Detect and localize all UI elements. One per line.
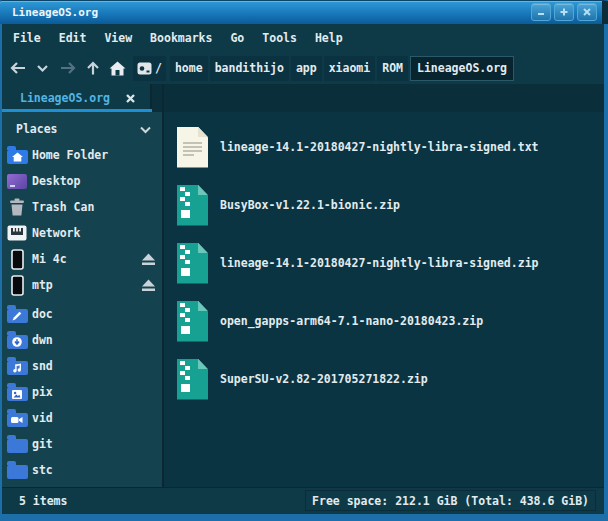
sidebar-item-trash-can[interactable]: Trash Can — [2, 194, 162, 220]
sidebar-item-git[interactable]: git — [2, 431, 162, 457]
menu-tools[interactable]: Tools — [253, 31, 306, 45]
window: LineageOS.org FileEditViewBookmarksGoToo… — [0, 0, 608, 521]
breadcrumb-home[interactable]: home — [170, 56, 208, 81]
menu-bar: FileEditViewBookmarksGoToolsHelp — [2, 24, 604, 52]
breadcrumb-root[interactable]: / — [133, 56, 166, 81]
file-row[interactable]: SuperSU-v2.82-201705271822.zip — [164, 350, 604, 408]
sidebar-item-mi-4c[interactable]: Mi 4c — [2, 246, 162, 272]
folder-doc-icon — [7, 309, 28, 323]
sidebar-item-label: Mi 4c — [32, 252, 67, 266]
sidebar-item-label: dwn — [32, 333, 53, 347]
file-row[interactable]: BusyBox-v1.22.1-bionic.zip — [164, 176, 604, 234]
maximize-icon — [559, 7, 569, 17]
maximize-button[interactable] — [554, 3, 574, 21]
sidebar-item-label: Trash Can — [32, 200, 94, 214]
network-icon — [7, 225, 27, 241]
close-icon — [582, 7, 592, 17]
file-row[interactable]: lineage-14.1-20180427-nightly-libra-sign… — [164, 118, 604, 176]
tab-close-icon[interactable] — [125, 93, 136, 104]
sidebar: Places Home FolderDesktopTrash CanNetwor… — [2, 112, 162, 487]
trash-icon — [9, 198, 25, 216]
phone-icon — [11, 275, 24, 296]
desktop-icon — [7, 174, 27, 189]
sidebar-item-pix[interactable]: pix — [2, 379, 162, 405]
window-title: LineageOS.org — [12, 6, 98, 19]
places-header[interactable]: Places — [2, 116, 162, 142]
sidebar-item-snd[interactable]: snd — [2, 353, 162, 379]
sidebar-item-vid[interactable]: vid — [2, 405, 162, 431]
file-name: lineage-14.1-20180427-nightly-libra-sign… — [220, 140, 539, 154]
file-list: lineage-14.1-20180427-nightly-libra-sign… — [164, 112, 604, 487]
folder-icon — [7, 465, 28, 479]
close-button[interactable] — [577, 3, 597, 21]
drive-icon — [137, 62, 152, 75]
breadcrumb-xiaomi[interactable]: xiaomi — [324, 56, 376, 81]
breadcrumb-bandithijo[interactable]: bandithijo — [210, 56, 289, 81]
status-bar: 5 items Free space: 212.1 GiB (Total: 43… — [2, 487, 604, 514]
sidebar-item-label: Home Folder — [32, 148, 108, 162]
menu-bookmarks[interactable]: Bookmarks — [141, 31, 221, 45]
home-folder-icon — [7, 150, 28, 164]
sidebar-item-dwn[interactable]: dwn — [2, 327, 162, 353]
file-name: open_gapps-arm64-7.1-nano-20180423.zip — [220, 314, 483, 328]
history-button[interactable] — [30, 55, 55, 81]
back-arrow-icon — [9, 61, 27, 75]
up-arrow-icon — [86, 61, 100, 76]
window-body: Places Home FolderDesktopTrash CanNetwor… — [2, 112, 604, 487]
file-name: BusyBox-v1.22.1-bionic.zip — [220, 198, 400, 212]
home-button[interactable] — [105, 55, 130, 81]
free-space-text: Free space: 212.1 GiB (Total: 438.6 GiB) — [312, 494, 589, 508]
menu-edit[interactable]: Edit — [50, 31, 96, 45]
sidebar-item-label: snd — [32, 359, 53, 373]
breadcrumb-root-label: / — [155, 61, 162, 75]
minimize-button[interactable] — [531, 3, 551, 21]
sidebar-item-label: doc — [32, 307, 53, 321]
tab-label: LineageOS.org — [20, 91, 110, 105]
sidebar-item-label: pix — [32, 385, 53, 399]
menu-view[interactable]: View — [95, 31, 141, 45]
zip-file-icon — [177, 185, 208, 226]
items-count: 5 items — [19, 494, 67, 508]
sidebar-item-network[interactable]: Network — [2, 220, 162, 246]
breadcrumb-rom[interactable]: ROM — [377, 56, 408, 81]
folder-icon — [7, 439, 28, 453]
sidebar-item-label: Network — [32, 226, 80, 240]
zip-file-icon — [177, 243, 208, 284]
sidebar-item-home-folder[interactable]: Home Folder — [2, 142, 162, 168]
home-icon — [109, 61, 126, 76]
folder-dwn-icon — [7, 335, 28, 349]
text-file-icon — [177, 127, 208, 168]
up-button[interactable] — [80, 55, 105, 81]
breadcrumb-lineageos-org[interactable]: LineageOS.org — [410, 56, 514, 81]
folder-vid-icon — [7, 413, 28, 427]
sidebar-item-doc[interactable]: doc — [2, 301, 162, 327]
chevron-down-icon — [139, 125, 152, 134]
file-name: lineage-14.1-20180427-nightly-libra-sign… — [220, 256, 539, 270]
eject-button[interactable] — [141, 279, 156, 292]
sidebar-item-stc[interactable]: stc — [2, 457, 162, 483]
toolbar: / homebandithijoappxiaomiROMLineageOS.or… — [2, 52, 604, 84]
history-chevron-icon — [36, 64, 49, 73]
title-bar: LineageOS.org — [0, 1, 608, 24]
phone-icon — [11, 249, 24, 270]
zip-file-icon — [177, 359, 208, 400]
file-row[interactable]: lineage-14.1-20180427-nightly-libra-sign… — [164, 234, 604, 292]
menu-help[interactable]: Help — [306, 31, 352, 45]
free-space-panel: Free space: 212.1 GiB (Total: 438.6 GiB) — [305, 490, 596, 511]
sidebar-item-mtp[interactable]: mtp — [2, 272, 162, 298]
sidebar-item-label: Desktop — [32, 174, 80, 188]
breadcrumb-app[interactable]: app — [291, 56, 322, 81]
menu-file[interactable]: File — [4, 31, 50, 45]
folder-snd-icon — [7, 361, 28, 375]
sidebar-item-desktop[interactable]: Desktop — [2, 168, 162, 194]
sidebar-item-label: vid — [32, 411, 53, 425]
tabbar-divider — [162, 84, 164, 112]
zip-file-icon — [177, 301, 208, 342]
back-button[interactable] — [5, 55, 30, 81]
menu-go[interactable]: Go — [221, 31, 253, 45]
file-row[interactable]: open_gapps-arm64-7.1-nano-20180423.zip — [164, 292, 604, 350]
tab-lineageos[interactable]: LineageOS.org — [2, 84, 152, 112]
sidebar-item-label: git — [32, 437, 53, 451]
eject-button[interactable] — [141, 253, 156, 266]
forward-button[interactable] — [55, 55, 80, 81]
